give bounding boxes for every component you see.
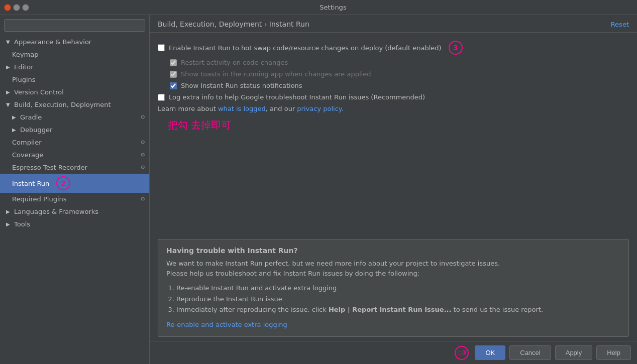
show-status-checkbox[interactable] <box>170 82 177 89</box>
bottom-bar: ○3 OK Cancel Apply Help <box>150 341 637 364</box>
show-toasts-checkbox[interactable] <box>170 71 177 78</box>
option-restart-activity: Restart activity on code changes <box>170 59 629 66</box>
expand-arrow-debugger-icon: ▶ <box>12 127 18 133</box>
enable-instant-run-checkbox[interactable] <box>158 44 165 51</box>
sidebar-item-coverage[interactable]: Coverage ⚙ <box>0 149 149 161</box>
separator: , and our <box>266 105 297 112</box>
option-show-toasts: Show toasts in the running app when chan… <box>170 70 629 78</box>
re-enable-link[interactable]: Re-enable and activate extra logging <box>166 321 287 328</box>
expand-arrow-lang-icon: ▶ <box>6 209 12 214</box>
reset-link[interactable]: Reset <box>611 21 629 28</box>
panel-header: Build, Execution, Deployment › Instant R… <box>150 15 637 33</box>
trouble-body2: Please help us troubleshoot and fix Inst… <box>166 269 620 279</box>
trouble-title: Having trouble with Instant Run? <box>166 247 620 255</box>
window-title: Settings <box>33 4 633 11</box>
log-extra-label[interactable]: Log extra info to help Google troublesho… <box>169 93 425 101</box>
restart-activity-label: Restart activity on code changes <box>181 59 288 66</box>
settings-icon: ⚙ <box>140 114 145 120</box>
expand-arrow-icon: ▼ <box>6 39 12 45</box>
option-enable-instant-run: Enable Instant Run to hot swap code/reso… <box>158 41 629 55</box>
ok-button[interactable]: OK <box>475 345 505 360</box>
panel-breadcrumb: Build, Execution, Deployment › Instant R… <box>158 20 309 28</box>
trouble-step3-suffix: to send us the issue report. <box>451 306 543 313</box>
show-toasts-label: Show toasts in the running app when chan… <box>181 70 371 78</box>
sidebar-item-instant-run[interactable]: Instant Run 2 <box>0 174 149 193</box>
cancel-button[interactable]: Cancel <box>509 345 551 360</box>
titlebar: Settings <box>0 0 637 15</box>
sidebar-item-appearance[interactable]: ▼ Appearance & Behavior <box>0 36 149 48</box>
enable-instant-run-label[interactable]: Enable Instant Run to hot swap code/reso… <box>169 44 442 52</box>
maximize-button[interactable] <box>22 4 29 11</box>
expand-arrow-editor-icon: ▶ <box>6 64 12 70</box>
trouble-step-2: Reproduce the Instant Run issue <box>176 294 620 304</box>
what-logged-link[interactable]: what is logged <box>218 105 266 112</box>
learn-more: Learn more about what is logged, and our… <box>158 105 629 112</box>
search-input[interactable] <box>4 19 145 32</box>
annotation-circle-ok: ○3 <box>455 346 469 360</box>
expand-arrow-gradle-icon: ▶ <box>12 114 18 120</box>
sidebar-item-espresso[interactable]: Espresso Test Recorder ⚙ <box>0 161 149 174</box>
sidebar-item-required-plugins[interactable]: Required Plugins ⚙ <box>0 193 149 205</box>
apply-button[interactable]: Apply <box>555 345 593 360</box>
panel-body: Enable Instant Run to hot swap code/reso… <box>150 33 637 235</box>
sidebar: ▼ Appearance & Behavior Keymap ▶ Editor … <box>0 15 150 364</box>
annotation-circle-3: 3 <box>449 41 463 55</box>
trouble-body1: We want to make Instant Run perfect, but… <box>166 259 620 269</box>
trouble-step-1: Re-enable Instant Run and activate extra… <box>176 283 620 293</box>
trouble-step3-bold: Help | Report Instant Run Issue... <box>329 306 452 313</box>
settings-coverage-icon: ⚙ <box>140 152 145 158</box>
sidebar-item-vcs[interactable]: ▶ Version Control <box>0 86 149 98</box>
close-button[interactable] <box>4 4 11 11</box>
trouble-body: We want to make Instant Run perfect, but… <box>166 259 620 329</box>
minimize-button[interactable] <box>13 4 20 11</box>
trouble-panel: Having trouble with Instant Run? We want… <box>158 239 629 337</box>
main-content: ▼ Appearance & Behavior Keymap ▶ Editor … <box>0 15 637 364</box>
trouble-step-3: Immediately after reproducing the issue,… <box>176 305 620 315</box>
restart-activity-checkbox[interactable] <box>170 59 177 66</box>
show-status-label[interactable]: Show Instant Run status notifications <box>181 82 302 89</box>
option-log-extra: Log extra info to help Google troublesho… <box>158 93 629 101</box>
sidebar-item-tools[interactable]: ▶ Tools <box>0 218 149 230</box>
right-panel: Build, Execution, Deployment › Instant R… <box>150 15 637 364</box>
help-button[interactable]: Help <box>596 345 631 360</box>
sidebar-item-build[interactable]: ▼ Build, Execution, Deployment <box>0 98 149 111</box>
settings-window: Settings ▼ Appearance & Behavior Keymap … <box>0 0 637 364</box>
sidebar-item-plugins[interactable]: Plugins <box>0 73 149 86</box>
sub-options: Restart activity on code changes Show to… <box>170 59 629 89</box>
expand-arrow-build-icon: ▼ <box>6 102 12 107</box>
annotation-circle-2: 2 <box>56 176 70 190</box>
settings-espresso-icon: ⚙ <box>140 164 145 171</box>
trouble-steps: Re-enable Instant Run and activate extra… <box>176 283 620 315</box>
window-controls <box>4 4 29 11</box>
sidebar-item-debugger[interactable]: ▶ Debugger <box>0 124 149 136</box>
sidebar-item-editor[interactable]: ▶ Editor <box>0 61 149 73</box>
log-extra-checkbox[interactable] <box>158 94 165 101</box>
sidebar-item-gradle[interactable]: ▶ Gradle ⚙ <box>0 111 149 124</box>
privacy-policy-link[interactable]: privacy policy. <box>297 105 343 112</box>
option-show-status: Show Instant Run status notifications <box>170 82 629 89</box>
settings-compiler-icon: ⚙ <box>140 139 145 146</box>
settings-req-icon: ⚙ <box>140 196 145 202</box>
annotation-text: 把勾 去掉即可 <box>168 118 629 132</box>
expand-arrow-tools-icon: ▶ <box>6 221 12 227</box>
expand-arrow-vcs-icon: ▶ <box>6 89 12 95</box>
learn-more-prefix: Learn more about <box>158 105 218 112</box>
sidebar-item-languages[interactable]: ▶ Languages & Frameworks <box>0 205 149 218</box>
trouble-step3-prefix: Immediately after reproducing the issue,… <box>176 306 329 313</box>
sidebar-item-compiler[interactable]: Compiler ⚙ <box>0 136 149 149</box>
sidebar-item-keymap[interactable]: Keymap <box>0 48 149 61</box>
